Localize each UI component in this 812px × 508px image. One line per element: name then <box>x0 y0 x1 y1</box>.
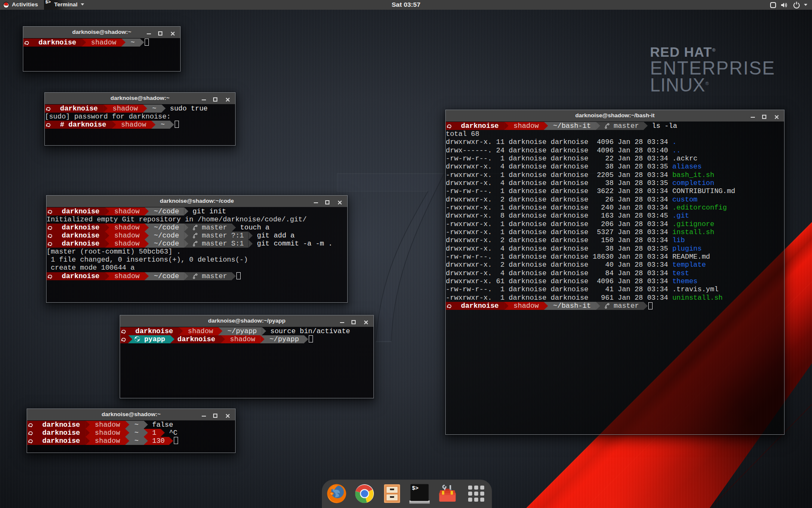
svg-text:$>: $> <box>412 485 419 491</box>
